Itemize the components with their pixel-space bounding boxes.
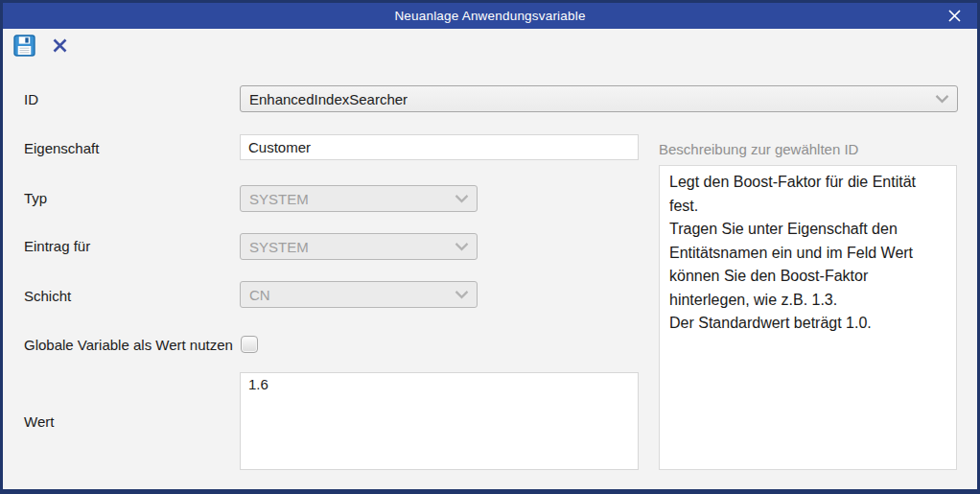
dialog-window: Neuanlage Anwendungsvariable: [0, 0, 980, 494]
discard-button[interactable]: [47, 33, 72, 58]
window-close-button[interactable]: [941, 3, 968, 29]
description-label: Beschreibung zur gewählten ID: [659, 141, 858, 157]
label-globale-variable: Globale Variable als Wert nutzen: [24, 337, 233, 354]
typ-dropdown-value: SYSTEM: [249, 191, 309, 207]
label-wert: Wert: [24, 413, 54, 431]
label-id: ID: [24, 91, 38, 108]
label-eintrag-fuer: Eintrag für: [24, 238, 90, 255]
label-eigenschaft: Eigenschaft: [24, 140, 99, 157]
typ-dropdown: SYSTEM: [240, 185, 478, 212]
titlebar: Neuanlage Anwendungsvariable: [3, 3, 977, 29]
save-button[interactable]: [12, 33, 36, 58]
close-icon: [947, 9, 962, 23]
chevron-down-icon: [455, 194, 469, 203]
window-title: Neuanlage Anwendungsvariable: [394, 9, 585, 23]
dialog-body: ID EnhancedIndexSearcher Eigenschaft Typ…: [3, 29, 977, 489]
schicht-dropdown: CN: [240, 281, 478, 308]
label-schicht: Schicht: [24, 288, 71, 305]
chevron-down-icon: [455, 242, 469, 251]
eintrag-fuer-dropdown: SYSTEM: [240, 233, 478, 260]
eintrag-fuer-dropdown-value: SYSTEM: [249, 239, 309, 255]
floppy-disk-icon: [13, 35, 35, 57]
id-dropdown-value: EnhancedIndexSearcher: [249, 91, 408, 107]
description-box: Legt den Boost-Faktor für die Entität fe…: [659, 165, 957, 470]
x-mark-icon: [52, 37, 68, 54]
id-dropdown[interactable]: EnhancedIndexSearcher: [240, 85, 958, 112]
schicht-dropdown-value: CN: [249, 287, 270, 303]
chevron-down-icon: [935, 94, 949, 104]
globale-variable-checkbox[interactable]: [241, 336, 258, 353]
label-typ: Typ: [24, 190, 47, 207]
wert-textarea[interactable]: [240, 372, 639, 470]
eigenschaft-input[interactable]: [240, 134, 639, 160]
chevron-down-icon: [455, 290, 469, 299]
